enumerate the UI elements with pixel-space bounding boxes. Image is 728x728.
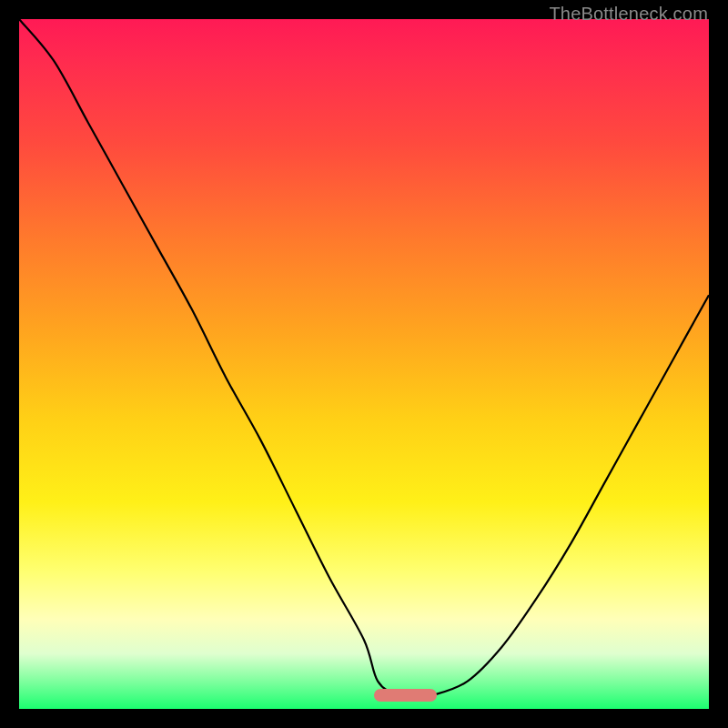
watermark-text: TheBottleneck.com: [549, 4, 708, 25]
background-gradient: [19, 19, 709, 709]
plot-area: [19, 19, 709, 709]
chart-frame: TheBottleneck.com: [0, 0, 728, 728]
optimal-range-marker: [374, 689, 437, 702]
